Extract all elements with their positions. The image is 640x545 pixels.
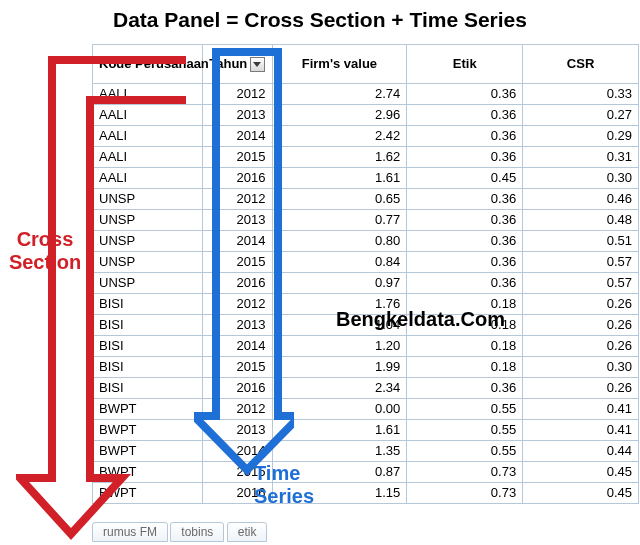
cell-etik[interactable]: 0.36 xyxy=(407,377,523,398)
table-row[interactable]: UNSP20160.970.360.57 xyxy=(93,272,639,293)
cell-csr[interactable]: 0.45 xyxy=(523,461,639,482)
cell-etik[interactable]: 0.18 xyxy=(407,356,523,377)
cell-csr[interactable]: 0.30 xyxy=(523,356,639,377)
cell-fv[interactable]: 0.00 xyxy=(272,398,407,419)
table-row[interactable]: AALI20132.960.360.27 xyxy=(93,104,639,125)
cell-code[interactable]: BISI xyxy=(93,293,203,314)
cell-etik[interactable]: 0.36 xyxy=(407,251,523,272)
cell-csr[interactable]: 0.26 xyxy=(523,314,639,335)
cell-fv[interactable]: 1.62 xyxy=(272,146,407,167)
cell-fv[interactable]: 0.80 xyxy=(272,230,407,251)
cell-etik[interactable]: 0.18 xyxy=(407,335,523,356)
cell-year[interactable]: 2013 xyxy=(203,104,273,125)
cell-csr[interactable]: 0.41 xyxy=(523,398,639,419)
cell-year[interactable]: 2015 xyxy=(203,251,273,272)
cell-fv[interactable]: 0.65 xyxy=(272,188,407,209)
cell-fv[interactable]: 1.61 xyxy=(272,419,407,440)
cell-etik[interactable]: 0.45 xyxy=(407,167,523,188)
cell-fv[interactable]: 1.35 xyxy=(272,440,407,461)
cell-csr[interactable]: 0.26 xyxy=(523,293,639,314)
cell-etik[interactable]: 0.55 xyxy=(407,398,523,419)
cell-etik[interactable]: 0.36 xyxy=(407,83,523,104)
cell-code[interactable]: BISI xyxy=(93,314,203,335)
cell-code[interactable]: UNSP xyxy=(93,251,203,272)
cell-year[interactable]: 2013 xyxy=(203,419,273,440)
cell-csr[interactable]: 0.33 xyxy=(523,83,639,104)
cell-fv[interactable]: 2.34 xyxy=(272,377,407,398)
cell-csr[interactable]: 0.29 xyxy=(523,125,639,146)
cell-csr[interactable]: 0.51 xyxy=(523,230,639,251)
table-row[interactable]: BISI20141.200.180.26 xyxy=(93,335,639,356)
cell-etik[interactable]: 0.36 xyxy=(407,188,523,209)
cell-code[interactable]: AALI xyxy=(93,146,203,167)
cell-year[interactable]: 2014 xyxy=(203,125,273,146)
cell-year[interactable]: 2015 xyxy=(203,356,273,377)
cell-csr[interactable]: 0.44 xyxy=(523,440,639,461)
filter-icon[interactable] xyxy=(250,57,265,72)
cell-fv[interactable]: 0.77 xyxy=(272,209,407,230)
cell-etik[interactable]: 0.73 xyxy=(407,461,523,482)
cell-csr[interactable]: 0.27 xyxy=(523,104,639,125)
sheet-tab[interactable]: tobins xyxy=(170,522,224,542)
cell-year[interactable]: 2016 xyxy=(203,272,273,293)
table-row[interactable]: UNSP20140.800.360.51 xyxy=(93,230,639,251)
cell-code[interactable]: UNSP xyxy=(93,188,203,209)
cell-csr[interactable]: 0.48 xyxy=(523,209,639,230)
cell-code[interactable]: UNSP xyxy=(93,230,203,251)
table-row[interactable]: BWPT20150.870.730.45 xyxy=(93,461,639,482)
table-row[interactable]: UNSP20150.840.360.57 xyxy=(93,251,639,272)
cell-etik[interactable]: 0.36 xyxy=(407,209,523,230)
table-row[interactable]: BWPT20131.610.550.41 xyxy=(93,419,639,440)
cell-etik[interactable]: 0.55 xyxy=(407,440,523,461)
table-row[interactable]: AALI20161.610.450.30 xyxy=(93,167,639,188)
cell-etik[interactable]: 0.36 xyxy=(407,125,523,146)
cell-code[interactable]: BISI xyxy=(93,335,203,356)
cell-year[interactable]: 2013 xyxy=(203,209,273,230)
cell-csr[interactable]: 0.45 xyxy=(523,482,639,503)
cell-fv[interactable]: 2.96 xyxy=(272,104,407,125)
table-row[interactable]: BWPT20120.000.550.41 xyxy=(93,398,639,419)
col-fv[interactable]: Firm's value xyxy=(272,45,407,83)
table-row[interactable]: BISI20151.990.180.30 xyxy=(93,356,639,377)
cell-year[interactable]: 2014 xyxy=(203,335,273,356)
cell-csr[interactable]: 0.41 xyxy=(523,419,639,440)
cell-code[interactable]: BISI xyxy=(93,356,203,377)
cell-code[interactable]: BWPT xyxy=(93,440,203,461)
cell-code[interactable]: AALI xyxy=(93,83,203,104)
cell-code[interactable]: BWPT xyxy=(93,398,203,419)
cell-csr[interactable]: 0.26 xyxy=(523,335,639,356)
cell-code[interactable]: BWPT xyxy=(93,419,203,440)
sheet-tab[interactable]: etik xyxy=(227,522,268,542)
table-row[interactable]: BISI20162.340.360.26 xyxy=(93,377,639,398)
cell-code[interactable]: BWPT xyxy=(93,461,203,482)
cell-csr[interactable]: 0.57 xyxy=(523,272,639,293)
col-etik[interactable]: Etik xyxy=(407,45,523,83)
table-row[interactable]: BWPT20161.150.730.45 xyxy=(93,482,639,503)
cell-year[interactable]: 2014 xyxy=(203,440,273,461)
cell-fv[interactable]: 2.74 xyxy=(272,83,407,104)
sheet-tab[interactable]: rumus FM xyxy=(92,522,168,542)
cell-etik[interactable]: 0.36 xyxy=(407,272,523,293)
cell-code[interactable]: UNSP xyxy=(93,272,203,293)
cell-csr[interactable]: 0.30 xyxy=(523,167,639,188)
cell-csr[interactable]: 0.57 xyxy=(523,251,639,272)
cell-year[interactable]: 2016 xyxy=(203,377,273,398)
cell-code[interactable]: BWPT xyxy=(93,482,203,503)
cell-year[interactable]: 2012 xyxy=(203,398,273,419)
table-row[interactable]: AALI20151.620.360.31 xyxy=(93,146,639,167)
cell-year[interactable]: 2016 xyxy=(203,167,273,188)
table-row[interactable]: UNSP20130.770.360.48 xyxy=(93,209,639,230)
cell-code[interactable]: BISI xyxy=(93,377,203,398)
cell-code[interactable]: AALI xyxy=(93,167,203,188)
col-csr[interactable]: CSR xyxy=(523,45,639,83)
cell-code[interactable]: AALI xyxy=(93,125,203,146)
table-row[interactable]: AALI20122.740.360.33 xyxy=(93,83,639,104)
cell-fv[interactable]: 2.42 xyxy=(272,125,407,146)
cell-csr[interactable]: 0.46 xyxy=(523,188,639,209)
cell-fv[interactable]: 1.61 xyxy=(272,167,407,188)
cell-year[interactable]: 2012 xyxy=(203,83,273,104)
cell-etik[interactable]: 0.73 xyxy=(407,482,523,503)
cell-etik[interactable]: 0.36 xyxy=(407,104,523,125)
cell-fv[interactable]: 0.84 xyxy=(272,251,407,272)
cell-fv[interactable]: 1.20 xyxy=(272,335,407,356)
